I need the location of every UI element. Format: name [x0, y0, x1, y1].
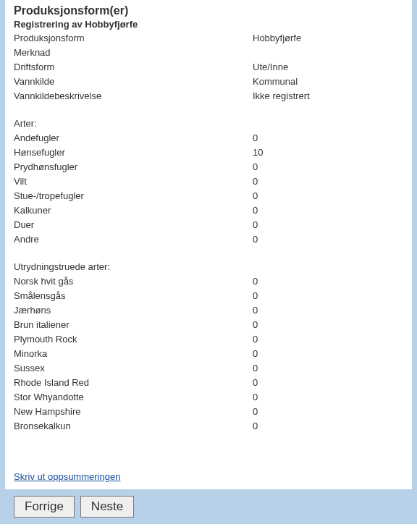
- utryd-label: New Hampshire: [14, 405, 253, 419]
- summary-row: Driftsform Ute/Inne: [14, 60, 403, 75]
- utryd-row: Brun italiener 0: [14, 318, 403, 332]
- arter-value: 10: [253, 145, 403, 160]
- utryd-label: Sussex: [14, 361, 253, 376]
- utryd-heading: Utrydningstruede arter:: [14, 260, 403, 274]
- summary-value: Ute/Inne: [253, 60, 403, 75]
- summary-value: Kommunal: [253, 75, 403, 89]
- arter-row: Stue-/tropefugler 0: [14, 189, 403, 203]
- utryd-value: 0: [253, 303, 403, 318]
- summary-row: Produksjonsform Hobbyfjørfe: [14, 31, 403, 46]
- utryd-label: Norsk hvit gås: [14, 274, 253, 289]
- prev-button[interactable]: Forrige: [14, 496, 75, 518]
- arter-label: Andre: [14, 232, 253, 247]
- footer-bar: Forrige Neste: [5, 489, 412, 524]
- arter-value: 0: [253, 218, 403, 232]
- next-button[interactable]: Neste: [80, 496, 134, 518]
- arter-label: Hønsefugler: [14, 145, 253, 160]
- content-panel: Produksjonsform(er) Registrering av Hobb…: [5, 0, 412, 489]
- utryd-row: Minorka 0: [14, 347, 403, 361]
- utryd-label: Smålensgås: [14, 289, 253, 303]
- arter-row: Prydhønsfugler 0: [14, 160, 403, 174]
- utryd-row: New Hampshire 0: [14, 405, 403, 419]
- utryd-value: 0: [253, 419, 403, 434]
- utryd-value: 0: [253, 405, 403, 419]
- print-summary-link[interactable]: Skriv ut oppsummeringen: [14, 471, 120, 482]
- utryd-value: 0: [253, 274, 403, 289]
- arter-label: Vilt: [14, 174, 253, 189]
- page-title: Produksjonsform(er): [14, 3, 403, 17]
- arter-value: 0: [253, 203, 403, 218]
- summary-row: Merknad: [14, 46, 403, 60]
- utryd-label: Rhode Island Red: [14, 376, 253, 390]
- arter-row: Vilt 0: [14, 174, 403, 189]
- arter-label: Kalkuner: [14, 203, 253, 218]
- arter-value: 0: [253, 189, 403, 203]
- arter-value: 0: [253, 131, 403, 145]
- utryd-row: Rhode Island Red 0: [14, 376, 403, 390]
- summary-row: Vannkildebeskrivelse Ikke registrert: [14, 89, 403, 104]
- utryd-row: Bronsekalkun 0: [14, 419, 403, 434]
- arter-row: Duer 0: [14, 218, 403, 232]
- utryd-row: Jærhøns 0: [14, 303, 403, 318]
- utryd-row: Sussex 0: [14, 361, 403, 376]
- utryd-value: 0: [253, 332, 403, 347]
- page-subtitle: Registrering av Hobbyfjørfe: [14, 19, 403, 30]
- utryd-label: Minorka: [14, 347, 253, 361]
- arter-label: Duer: [14, 218, 253, 232]
- utryd-row: Smålensgås 0: [14, 289, 403, 303]
- arter-row: Andefugler 0: [14, 131, 403, 145]
- summary-label: Driftsform: [14, 60, 253, 75]
- summary-row: Vannkilde Kommunal: [14, 75, 403, 89]
- utryd-value: 0: [253, 390, 403, 405]
- utryd-value: 0: [253, 347, 403, 361]
- arter-row: Hønsefugler 10: [14, 145, 403, 160]
- utryd-row: Stor Whyandotte 0: [14, 390, 403, 405]
- arter-heading: Arter:: [14, 117, 403, 131]
- utryd-label: Plymouth Rock: [14, 332, 253, 347]
- summary-label: Produksjonsform: [14, 31, 253, 46]
- arter-value: 0: [253, 174, 403, 189]
- summary-value: Hobbyfjørfe: [253, 31, 403, 46]
- utryd-row: Norsk hvit gås 0: [14, 274, 403, 289]
- summary-label: Vannkilde: [14, 75, 253, 89]
- arter-value: 0: [253, 160, 403, 174]
- utryd-value: 0: [253, 318, 403, 332]
- utryd-value: 0: [253, 361, 403, 376]
- utryd-value: 0: [253, 376, 403, 390]
- summary-label: Merknad: [14, 46, 253, 60]
- summary-label: Vannkildebeskrivelse: [14, 89, 253, 104]
- arter-row: Kalkuner 0: [14, 203, 403, 218]
- summary-value: Ikke registrert: [253, 89, 403, 104]
- utryd-label: Stor Whyandotte: [14, 390, 253, 405]
- summary-value: [253, 46, 403, 60]
- arter-label: Prydhønsfugler: [14, 160, 253, 174]
- arter-label: Stue-/tropefugler: [14, 189, 253, 203]
- utryd-label: Jærhøns: [14, 303, 253, 318]
- utryd-label: Brun italiener: [14, 318, 253, 332]
- utryd-value: 0: [253, 289, 403, 303]
- utryd-row: Plymouth Rock 0: [14, 332, 403, 347]
- arter-row: Andre 0: [14, 232, 403, 247]
- utryd-label: Bronsekalkun: [14, 419, 253, 434]
- arter-label: Andefugler: [14, 131, 253, 145]
- arter-value: 0: [253, 232, 403, 247]
